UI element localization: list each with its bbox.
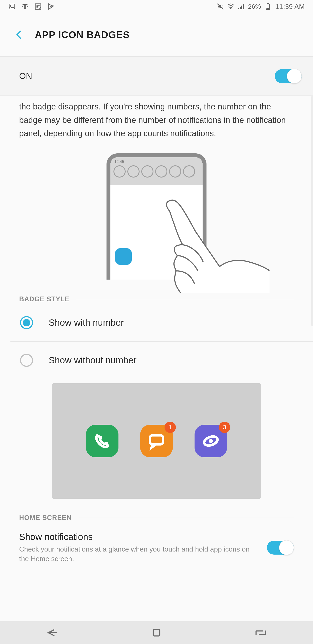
svg-point-0 bbox=[10, 5, 11, 6]
back-button[interactable] bbox=[14, 30, 24, 40]
radio-show-without-number[interactable]: Show without number bbox=[19, 342, 294, 379]
radio-label: Show with number bbox=[49, 318, 124, 328]
svg-point-4 bbox=[230, 8, 231, 9]
master-toggle-switch[interactable] bbox=[275, 69, 302, 83]
page-title: APP ICON BADGES bbox=[35, 29, 130, 40]
radio-button-icon[interactable] bbox=[20, 316, 33, 329]
battery-icon bbox=[264, 3, 272, 10]
description-text: the badge disappears. If you're showing … bbox=[19, 96, 294, 154]
scrollbar[interactable] bbox=[311, 96, 313, 326]
preview-badge-1: 1 bbox=[165, 422, 176, 433]
preview-message-icon: 1 bbox=[140, 425, 173, 457]
illustration-time: 12:45 bbox=[114, 160, 200, 164]
row-subtitle: Check your notifications at a glance whe… bbox=[19, 544, 258, 564]
section-header-badge-style: BADGE STYLE bbox=[19, 295, 294, 303]
svg-rect-12 bbox=[150, 435, 163, 444]
badge-style-preview: 1 3 bbox=[52, 383, 261, 499]
row-show-notifications[interactable]: Show notifications Check your notificati… bbox=[19, 522, 294, 574]
status-right-icons: 26% 11:39 AM bbox=[217, 2, 305, 11]
svg-rect-5 bbox=[238, 8, 239, 9]
radio-button-icon[interactable] bbox=[20, 354, 33, 367]
section-header-home-screen: HOME SCREEN bbox=[19, 514, 294, 522]
tmobile-icon bbox=[21, 3, 29, 10]
header-row: APP ICON BADGES bbox=[0, 13, 313, 56]
preview-badge-3: 3 bbox=[219, 422, 230, 433]
preview-browser-icon: 3 bbox=[195, 425, 227, 457]
signal-icon bbox=[238, 3, 245, 10]
nav-recents-button[interactable] bbox=[252, 626, 270, 639]
play-check-icon bbox=[47, 3, 55, 10]
app-icon bbox=[34, 3, 42, 10]
illustration-app-tile bbox=[115, 248, 132, 265]
row-title: Show notifications bbox=[19, 532, 258, 542]
picture-icon bbox=[8, 3, 16, 10]
svg-rect-10 bbox=[267, 3, 269, 4]
section-title-home-screen: HOME SCREEN bbox=[19, 514, 72, 522]
clock: 11:39 AM bbox=[275, 2, 305, 11]
radio-label: Show without number bbox=[49, 355, 136, 366]
svg-rect-11 bbox=[266, 8, 269, 9]
illustration-hand bbox=[156, 199, 270, 293]
svg-rect-8 bbox=[243, 4, 244, 9]
battery-percent: 26% bbox=[248, 3, 261, 10]
status-bar: 26% 11:39 AM bbox=[0, 0, 313, 13]
svg-rect-1 bbox=[22, 6, 23, 7]
status-left-icons bbox=[8, 3, 55, 10]
preview-phone-icon bbox=[86, 425, 118, 457]
master-toggle-row[interactable]: ON bbox=[0, 56, 313, 96]
svg-rect-6 bbox=[240, 7, 241, 9]
illustration: 12:45 bbox=[19, 154, 294, 293]
svg-rect-15 bbox=[153, 630, 160, 636]
main-content: the badge disappears. If you're showing … bbox=[0, 96, 313, 574]
master-toggle-label: ON bbox=[19, 71, 32, 81]
svg-rect-7 bbox=[241, 6, 242, 9]
navigation-bar bbox=[0, 621, 313, 644]
nav-back-button[interactable] bbox=[43, 626, 61, 639]
svg-point-14 bbox=[209, 439, 213, 443]
section-title-badge-style: BADGE STYLE bbox=[19, 295, 69, 303]
show-notifications-toggle[interactable] bbox=[267, 541, 294, 554]
radio-show-with-number[interactable]: Show with number bbox=[19, 304, 294, 341]
wifi-icon bbox=[227, 3, 235, 10]
nav-home-button[interactable] bbox=[148, 626, 165, 639]
svg-rect-2 bbox=[27, 6, 28, 7]
mute-vibrate-icon bbox=[217, 3, 224, 10]
